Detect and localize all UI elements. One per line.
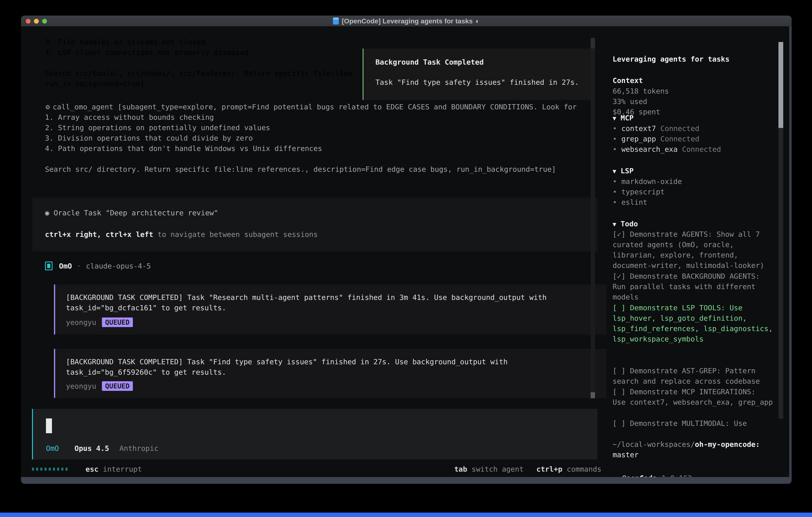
agent-header: OmO · claude-opus-4-5 — [45, 260, 151, 272]
bullet-icon: • — [613, 177, 617, 186]
lsp-item: •typescript — [613, 187, 788, 197]
input-provider: Anthropic — [119, 444, 158, 453]
tool-call-header: ⚙call_omo_agent [subagent_type=explore, … — [46, 102, 589, 112]
task-message: [BACKGROUND TASK COMPLETED] Task "Find t… — [66, 357, 593, 377]
agent-checkbox-icon — [45, 262, 53, 270]
oracle-task-title: ◉ Oracle Task "Deep architecture review" — [45, 208, 218, 218]
bullet-icon: • — [613, 124, 617, 133]
agent-model: claude-opus-4-5 — [86, 262, 151, 270]
todo-item-active: [ ] Demonstrate LSP TOOLS: Use lsp_hover… — [613, 303, 788, 344]
todo-item-pending: [ ] Demonstrate MCP INTEGRATIONS: Use co… — [613, 387, 788, 407]
status-badge: QUEUED — [102, 318, 133, 327]
tool-call-text: call_omo_agent [subagent_type=explore, p… — [53, 103, 577, 111]
document-icon — [333, 18, 339, 25]
status-bar-right: tabswitch agent ctrl+pcommands — [441, 465, 601, 473]
task-meta: yeongyu QUEUED — [66, 381, 133, 391]
todo-item-done: [✓] Demonstrate AGENTS: Show all 7 curat… — [613, 229, 788, 271]
lsp-item: •markdown-oxide — [613, 176, 788, 187]
session-title: Leveraging agents for tasks — [613, 54, 788, 64]
status-bar: esc interrupt tabswitch agent ctrl+pcomm… — [32, 463, 601, 474]
esc-key-hint: esc — [86, 465, 98, 473]
task-result-panel: [BACKGROUND TASK COMPLETED] Task "Resear… — [54, 284, 606, 334]
bullet-icon: • — [613, 145, 617, 153]
todo-item-pending: [ ] Demonstrate MULTIMODAL: Use — [613, 418, 788, 429]
mcp-item: •websearch_exaConnected — [613, 144, 788, 155]
agent-name: OmO — [59, 262, 72, 270]
tool-call-body: 1. Array access without bounds checking … — [45, 112, 590, 174]
input-agent-name: OmO — [46, 444, 59, 453]
chat-scrollbar-segment[interactable] — [590, 38, 595, 48]
triangle-down-icon: ▼ — [613, 115, 616, 122]
shortcut-keys: ctrl+x right, ctrl+x left — [45, 230, 153, 239]
mcp-section-header[interactable]: ▼MCP — [613, 113, 788, 124]
oracle-task-panel: ◉ Oracle Task "Deep architecture review"… — [32, 197, 598, 251]
todo-section-header[interactable]: ▼Todo — [613, 219, 788, 229]
task-message: [BACKGROUND TASK COMPLETED] Task "Resear… — [66, 292, 593, 313]
text-cursor — [46, 418, 52, 433]
desktop-accent-strip — [0, 513, 812, 517]
chat-scrollbar-thumb[interactable] — [590, 392, 595, 398]
tab-hint: tabswitch agent — [454, 465, 523, 473]
notification-title: Background Task Completed — [375, 57, 484, 67]
lsp-item: •eslint — [613, 197, 788, 208]
window-border-right — [789, 26, 792, 477]
separator-dot: · — [77, 262, 81, 270]
mcp-item: •context7Connected — [613, 124, 788, 134]
window-title: [OpenCode] Leveraging agents for tasks — [342, 17, 473, 25]
context-stats: 66,518 tokens 33% used $0.46 spent — [613, 86, 788, 117]
prompt-input[interactable]: OmO Opus 4.5 Anthropic — [32, 409, 598, 459]
context-heading: Context — [613, 75, 788, 86]
window-bottom-bar — [21, 477, 792, 484]
spinner-icon: ◐ — [475, 17, 480, 25]
progress-dots — [32, 468, 67, 471]
mcp-item: •grep_appConnected — [613, 134, 788, 144]
record-icon: ◉ — [45, 209, 49, 217]
bullet-icon: • — [613, 188, 617, 196]
window-titlebar: [OpenCode] Leveraging agents for tasks ◐ — [21, 16, 792, 26]
user-label: yeongyu — [66, 318, 96, 326]
bullet-icon: • — [613, 135, 617, 143]
background-task-notification: Background Task Completed Task "Find typ… — [362, 49, 595, 100]
user-label: yeongyu — [66, 382, 96, 390]
notification-body: Task "Find type safety issues" finished … — [375, 77, 579, 87]
todo-item-done: [✓] Demonstrate BACKGROUND AGENTS: Run p… — [613, 271, 788, 302]
task-meta: yeongyu QUEUED — [66, 318, 133, 327]
branch-label: master — [613, 450, 788, 460]
triangle-down-icon: ▼ — [613, 168, 616, 175]
workspace-path: ~/local-workspaces/oh-my-opencode: — [613, 439, 788, 450]
bullet-icon: • — [613, 198, 617, 206]
commands-hint: ctrl+pcommands — [536, 465, 601, 473]
window-title-group: [OpenCode] Leveraging agents for tasks ◐ — [21, 16, 792, 26]
sidebar-scrollbar-thumb[interactable] — [778, 42, 783, 128]
todo-item-pending: [ ] Demonstrate AST-GREP: Pattern search… — [613, 366, 788, 386]
input-meta: OmO Opus 4.5 Anthropic — [46, 443, 158, 454]
esc-key-label: interrupt — [103, 465, 142, 473]
status-badge: QUEUED — [102, 381, 133, 391]
input-model: Opus 4.5 — [75, 444, 109, 453]
terminal-window: [OpenCode] Leveraging agents for tasks ◐… — [21, 16, 792, 484]
subagent-nav-hint: ctrl+x right, ctrl+x left to navigate be… — [45, 229, 318, 240]
triangle-down-icon: ▼ — [613, 221, 616, 228]
chat-scrollbar-track[interactable] — [590, 38, 595, 398]
task-result-panel: [BACKGROUND TASK COMPLETED] Task "Find t… — [54, 349, 606, 398]
lsp-section-header[interactable]: ▼LSP — [613, 166, 788, 176]
gear-icon: ⚙ — [46, 103, 50, 111]
